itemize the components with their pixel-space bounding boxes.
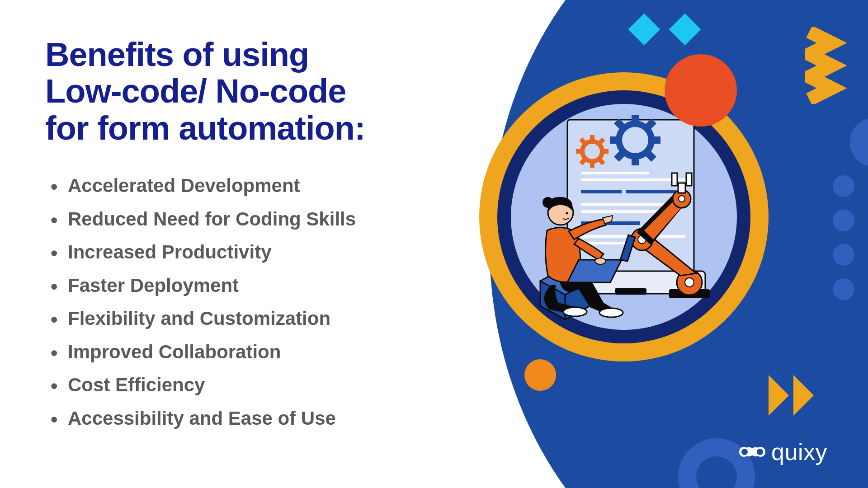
heading-line: Low-code/ No-code bbox=[45, 72, 346, 110]
svg-point-51 bbox=[542, 197, 553, 208]
svg-rect-8 bbox=[626, 190, 676, 193]
svg-marker-1 bbox=[793, 375, 814, 416]
svg-point-48 bbox=[599, 308, 623, 317]
heading-line: Benefits of using bbox=[45, 36, 309, 73]
svg-rect-45 bbox=[678, 183, 685, 193]
orange-circle-accent bbox=[665, 54, 737, 127]
infinity-icon bbox=[739, 443, 766, 460]
svg-point-57 bbox=[757, 449, 763, 455]
svg-rect-17 bbox=[610, 136, 618, 144]
svg-point-56 bbox=[741, 449, 748, 455]
svg-rect-18 bbox=[652, 136, 660, 144]
orange-small-circle-accent bbox=[524, 359, 556, 391]
brand-logo: quixy bbox=[739, 438, 827, 465]
svg-rect-7 bbox=[581, 190, 622, 193]
svg-rect-16 bbox=[632, 157, 639, 165]
svg-point-44 bbox=[679, 196, 685, 202]
list-item: Accelerated Development bbox=[68, 169, 452, 202]
svg-marker-0 bbox=[769, 375, 789, 416]
svg-rect-26 bbox=[576, 149, 581, 154]
brand-name: quixy bbox=[771, 438, 827, 465]
page-title: Benefits of using Low-code/ No-code for … bbox=[45, 36, 452, 146]
svg-rect-5 bbox=[581, 172, 649, 174]
chevron-right-icon bbox=[769, 375, 827, 418]
heading-line: for form automation: bbox=[45, 109, 365, 147]
svg-rect-15 bbox=[632, 115, 639, 123]
svg-point-49 bbox=[563, 307, 587, 316]
list-item: Faster Deployment bbox=[68, 269, 452, 302]
svg-point-55 bbox=[595, 258, 606, 264]
svg-rect-25 bbox=[590, 162, 594, 168]
content-panel: Benefits of using Low-code/ No-code for … bbox=[45, 36, 452, 435]
list-item: Increased Productivity bbox=[68, 235, 452, 269]
svg-point-52 bbox=[566, 212, 568, 215]
svg-rect-27 bbox=[603, 149, 609, 154]
dots-column bbox=[833, 163, 854, 313]
list-item: Accessibility and Ease of Use bbox=[68, 402, 452, 435]
list-item: Flexibility and Customization bbox=[68, 302, 452, 335]
list-item: Cost Efficiency bbox=[68, 368, 452, 402]
svg-rect-6 bbox=[581, 178, 685, 181]
svg-rect-10 bbox=[581, 210, 662, 213]
svg-rect-46 bbox=[672, 173, 677, 186]
svg-rect-4 bbox=[615, 288, 646, 295]
list-item: Improved Collaboration bbox=[68, 335, 452, 369]
svg-rect-47 bbox=[686, 173, 692, 186]
svg-rect-24 bbox=[590, 135, 594, 141]
list-item: Reduced Need for Coding Skills bbox=[68, 202, 452, 236]
benefits-list: Accelerated Development Reduced Need for… bbox=[45, 169, 452, 435]
zigzag-icon bbox=[805, 27, 850, 106]
svg-point-37 bbox=[685, 278, 694, 287]
